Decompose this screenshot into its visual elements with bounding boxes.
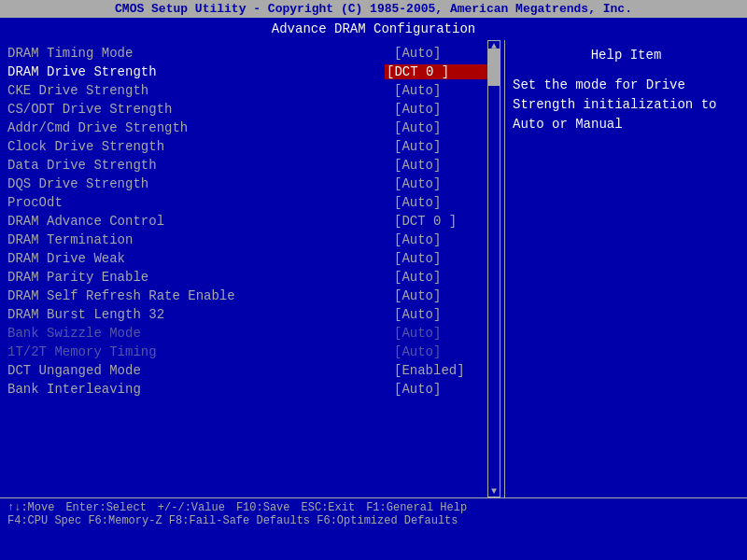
key-desc: :Move xyxy=(21,501,54,514)
menu-row[interactable]: Clock Drive Strength[Auto] xyxy=(7,137,497,156)
menu-row[interactable]: DCT Unganged Mode[Enabled] xyxy=(7,361,497,380)
bottom-bar-line2: F4:CPU Spec F6:Memory-Z F8:Fail-Safe Def… xyxy=(7,514,458,527)
menu-label: DRAM Timing Mode xyxy=(7,46,385,61)
menu-value: [Auto] xyxy=(385,46,497,61)
bottom-bar: ↑↓:MoveEnter:Select+/-/:ValueF10:SaveESC… xyxy=(0,497,747,530)
menu-value: [Auto] xyxy=(385,270,497,285)
title-bar: CMOS Setup Utility - Copyright (C) 1985-… xyxy=(0,0,747,18)
menu-row[interactable]: 1T/2T Memory Timing[Auto] xyxy=(7,343,497,361)
subtitle: Advance DRAM Configuration xyxy=(0,18,747,40)
menu-row[interactable]: DQS Drive Strength[Auto] xyxy=(7,175,497,193)
menu-value: [Auto] xyxy=(385,102,497,117)
menu-label: DRAM Drive Strength xyxy=(7,64,385,79)
menu-label: DRAM Burst Length 32 xyxy=(7,307,385,322)
bottom-key-item: ESC:Exit xyxy=(302,501,356,514)
menu-value: [Auto] xyxy=(385,139,497,154)
menu-row[interactable]: Data Drive Strength[Auto] xyxy=(7,156,497,175)
menu-value: [Auto] xyxy=(385,195,497,210)
menu-label: DRAM Drive Weak xyxy=(7,251,385,266)
menu-label: DRAM Advance Control xyxy=(7,214,385,229)
bottom-key-item: ↑↓:Move xyxy=(7,501,54,514)
bottom-key-item: F10:Save xyxy=(236,501,290,514)
menu-panel: DRAM Timing Mode[Auto]DRAM Drive Strengt… xyxy=(0,40,504,497)
menu-value: [DCT 0 ] xyxy=(385,214,497,229)
menu-row[interactable]: ProcOdt[Auto] xyxy=(7,193,497,212)
menu-label: ProcOdt xyxy=(7,195,385,210)
menu-value: [Auto] xyxy=(385,120,497,135)
key-desc: :Exit xyxy=(321,501,355,514)
bottom-key-item: F1:General Help xyxy=(366,501,467,514)
menu-label: Addr/Cmd Drive Strength xyxy=(7,120,385,135)
key-label: ↑↓ xyxy=(7,501,21,514)
key-label: F1 xyxy=(366,501,379,514)
help-text: Set the mode for Drive Strength initiali… xyxy=(513,76,740,134)
menu-label: CS/ODT Drive Strength xyxy=(7,102,385,117)
menu-label: DRAM Termination xyxy=(7,232,385,247)
menu-label: DCT Unganged Mode xyxy=(7,363,385,378)
menu-row[interactable]: DRAM Parity Enable[Auto] xyxy=(7,268,497,287)
menu-row[interactable]: Bank Swizzle Mode[Auto] xyxy=(7,324,497,343)
menu-value: [Auto] xyxy=(385,288,497,303)
key-label: F10 xyxy=(236,501,257,514)
key-desc: :Value xyxy=(185,501,225,514)
bottom-key-item: +/-/:Value xyxy=(158,501,225,514)
key-desc: :Select xyxy=(99,501,146,514)
menu-label: CKE Drive Strength xyxy=(7,83,385,98)
menu-value: [Auto] xyxy=(385,251,497,266)
menu-value: [Auto] xyxy=(385,158,497,173)
help-panel: Help Item Set the mode for Drive Strengt… xyxy=(504,40,747,497)
menu-label: Bank Swizzle Mode xyxy=(7,326,385,341)
menu-row[interactable]: DRAM Self Refresh Rate Enable[Auto] xyxy=(7,287,497,305)
menu-value: [Auto] xyxy=(385,344,497,359)
menu-value: [Auto] xyxy=(385,232,497,247)
menu-list: DRAM Timing Mode[Auto]DRAM Drive Strengt… xyxy=(7,44,497,399)
menu-value: [Enabled] xyxy=(385,363,497,378)
menu-value: [Auto] xyxy=(385,382,497,397)
key-label: Enter xyxy=(65,501,99,514)
menu-label: Bank Interleaving xyxy=(7,382,385,397)
scroll-down-icon[interactable]: ▼ xyxy=(488,486,500,497)
menu-value: [Auto] xyxy=(385,326,497,341)
menu-row[interactable]: DRAM Timing Mode[Auto] xyxy=(7,44,497,63)
menu-label: DRAM Parity Enable xyxy=(7,270,385,285)
menu-label: DRAM Self Refresh Rate Enable xyxy=(7,288,385,303)
help-title: Help Item xyxy=(513,44,740,66)
menu-row[interactable]: DRAM Drive Strength[DCT 0 ] xyxy=(7,63,497,81)
key-desc: :General Help xyxy=(380,501,468,514)
menu-value: [DCT 0 ] xyxy=(385,64,497,79)
menu-row[interactable]: DRAM Burst Length 32[Auto] xyxy=(7,305,497,324)
key-label: ESC xyxy=(302,501,322,514)
menu-row[interactable]: DRAM Advance Control[DCT 0 ] xyxy=(7,212,497,231)
bottom-bar-row2: F4:CPU Spec F6:Memory-Z F8:Fail-Safe Def… xyxy=(7,514,740,527)
menu-label: 1T/2T Memory Timing xyxy=(7,344,385,359)
menu-row[interactable]: Addr/Cmd Drive Strength[Auto] xyxy=(7,119,497,137)
menu-label: Data Drive Strength xyxy=(7,158,385,173)
scroll-thumb[interactable] xyxy=(488,49,500,86)
menu-value: [Auto] xyxy=(385,307,497,322)
menu-row[interactable]: Bank Interleaving[Auto] xyxy=(7,380,497,399)
menu-row[interactable]: DRAM Termination[Auto] xyxy=(7,231,497,249)
key-desc: :Save xyxy=(257,501,290,514)
menu-label: DQS Drive Strength xyxy=(7,176,385,191)
menu-row[interactable]: CKE Drive Strength[Auto] xyxy=(7,81,497,100)
bottom-key-item: Enter:Select xyxy=(65,501,146,514)
menu-value: [Auto] xyxy=(385,83,497,98)
bottom-bar-row: ↑↓:MoveEnter:Select+/-/:ValueF10:SaveESC… xyxy=(7,501,740,514)
menu-value: [Auto] xyxy=(385,176,497,191)
menu-row[interactable]: DRAM Drive Weak[Auto] xyxy=(7,249,497,268)
menu-row[interactable]: CS/ODT Drive Strength[Auto] xyxy=(7,100,497,119)
scrollbar[interactable]: ▲ ▼ xyxy=(487,40,500,497)
key-label: +/-/ xyxy=(158,501,185,514)
menu-label: Clock Drive Strength xyxy=(7,139,385,154)
